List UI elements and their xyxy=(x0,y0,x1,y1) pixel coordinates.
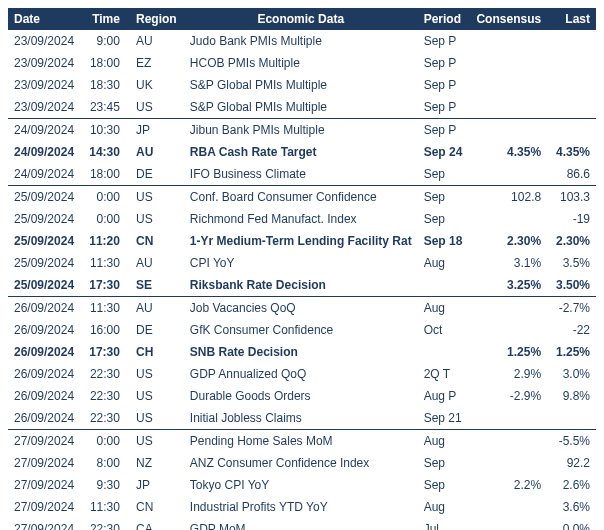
cell-period: Sep P xyxy=(418,119,470,142)
table-row: 23/09/20249:00AUJudo Bank PMIs MultipleS… xyxy=(8,30,596,52)
cell-date: 23/09/2024 xyxy=(8,30,82,52)
cell-econ: S&P Global PMIs Multiple xyxy=(184,74,418,96)
cell-consensus: 3.1% xyxy=(470,252,547,274)
cell-period: 2Q T xyxy=(418,363,470,385)
cell-consensus xyxy=(470,518,547,530)
cell-time: 17:30 xyxy=(82,274,126,297)
cell-region: US xyxy=(126,363,184,385)
cell-region: DE xyxy=(126,319,184,341)
table-row: 27/09/20248:00NZANZ Consumer Confidence … xyxy=(8,452,596,474)
cell-econ: GDP Annualized QoQ xyxy=(184,363,418,385)
cell-region: CH xyxy=(126,341,184,363)
cell-region: US xyxy=(126,186,184,209)
cell-last xyxy=(547,30,596,52)
cell-period: Aug xyxy=(418,252,470,274)
table-row: 26/09/202422:30USInitial Jobless ClaimsS… xyxy=(8,407,596,430)
cell-period: Sep 24 xyxy=(418,141,470,163)
cell-time: 22:30 xyxy=(82,518,126,530)
table-row: 23/09/202418:00EZHCOB PMIs MultipleSep P xyxy=(8,52,596,74)
cell-last xyxy=(547,119,596,142)
cell-consensus xyxy=(470,74,547,96)
col-period: Period xyxy=(418,8,470,30)
cell-last xyxy=(547,74,596,96)
cell-consensus: -2.9% xyxy=(470,385,547,407)
cell-econ: ANZ Consumer Confidence Index xyxy=(184,452,418,474)
cell-period: Aug xyxy=(418,297,470,320)
cell-date: 25/09/2024 xyxy=(8,252,82,274)
cell-econ: Industrial Profits YTD YoY xyxy=(184,496,418,518)
cell-date: 26/09/2024 xyxy=(8,385,82,407)
cell-region: UK xyxy=(126,74,184,96)
cell-time: 17:30 xyxy=(82,341,126,363)
cell-time: 18:30 xyxy=(82,74,126,96)
cell-date: 25/09/2024 xyxy=(8,274,82,297)
col-last: Last xyxy=(547,8,596,30)
cell-time: 23:45 xyxy=(82,96,126,119)
cell-date: 23/09/2024 xyxy=(8,96,82,119)
cell-econ: Judo Bank PMIs Multiple xyxy=(184,30,418,52)
cell-last: 103.3 xyxy=(547,186,596,209)
cell-consensus: 4.35% xyxy=(470,141,547,163)
cell-time: 22:30 xyxy=(82,407,126,430)
cell-region: CN xyxy=(126,230,184,252)
cell-econ: Durable Goods Orders xyxy=(184,385,418,407)
table-row: 23/09/202418:30UKS&P Global PMIs Multipl… xyxy=(8,74,596,96)
cell-date: 26/09/2024 xyxy=(8,407,82,430)
cell-time: 11:30 xyxy=(82,496,126,518)
table-row: 24/09/202418:00DEIFO Business ClimateSep… xyxy=(8,163,596,186)
cell-consensus xyxy=(470,52,547,74)
cell-date: 27/09/2024 xyxy=(8,430,82,453)
cell-econ: Job Vacancies QoQ xyxy=(184,297,418,320)
cell-date: 25/09/2024 xyxy=(8,186,82,209)
cell-econ: SNB Rate Decision xyxy=(184,341,418,363)
cell-consensus: 3.25% xyxy=(470,274,547,297)
cell-region: US xyxy=(126,208,184,230)
cell-econ: RBA Cash Rate Target xyxy=(184,141,418,163)
cell-time: 0:00 xyxy=(82,208,126,230)
table-row: 23/09/202423:45USS&P Global PMIs Multipl… xyxy=(8,96,596,119)
cell-last: -19 xyxy=(547,208,596,230)
cell-region: CA xyxy=(126,518,184,530)
cell-last: 4.35% xyxy=(547,141,596,163)
cell-consensus: 2.9% xyxy=(470,363,547,385)
cell-consensus xyxy=(470,96,547,119)
cell-last: 3.0% xyxy=(547,363,596,385)
cell-period: Sep xyxy=(418,186,470,209)
cell-period: Sep P xyxy=(418,74,470,96)
table-row: 27/09/202411:30CNIndustrial Profits YTD … xyxy=(8,496,596,518)
cell-period xyxy=(418,341,470,363)
cell-region: NZ xyxy=(126,452,184,474)
col-econ: Economic Data xyxy=(184,8,418,30)
cell-period: Sep xyxy=(418,474,470,496)
cell-date: 26/09/2024 xyxy=(8,341,82,363)
table-row: 26/09/202411:30AUJob Vacancies QoQAug-2.… xyxy=(8,297,596,320)
cell-period: Aug xyxy=(418,430,470,453)
cell-consensus: 2.2% xyxy=(470,474,547,496)
cell-region: AU xyxy=(126,252,184,274)
cell-last: 3.5% xyxy=(547,252,596,274)
cell-region: SE xyxy=(126,274,184,297)
cell-date: 24/09/2024 xyxy=(8,163,82,186)
cell-econ: CPI YoY xyxy=(184,252,418,274)
cell-period: Sep P xyxy=(418,30,470,52)
cell-last: 3.6% xyxy=(547,496,596,518)
table-row: 26/09/202416:00DEGfK Consumer Confidence… xyxy=(8,319,596,341)
cell-region: JP xyxy=(126,474,184,496)
cell-last: 3.50% xyxy=(547,274,596,297)
cell-consensus xyxy=(470,30,547,52)
cell-consensus xyxy=(470,407,547,430)
cell-period: Sep P xyxy=(418,96,470,119)
cell-region: AU xyxy=(126,141,184,163)
cell-last: 0.0% xyxy=(547,518,596,530)
cell-time: 18:00 xyxy=(82,163,126,186)
table-row: 27/09/202422:30CAGDP MoMJul0.0% xyxy=(8,518,596,530)
cell-region: US xyxy=(126,430,184,453)
cell-last: -22 xyxy=(547,319,596,341)
col-date: Date xyxy=(8,8,82,30)
cell-date: 25/09/2024 xyxy=(8,230,82,252)
cell-period: Sep P xyxy=(418,52,470,74)
cell-date: 26/09/2024 xyxy=(8,319,82,341)
table-row: 25/09/202411:30AUCPI YoYAug3.1%3.5% xyxy=(8,252,596,274)
cell-time: 9:30 xyxy=(82,474,126,496)
cell-period: Jul xyxy=(418,518,470,530)
